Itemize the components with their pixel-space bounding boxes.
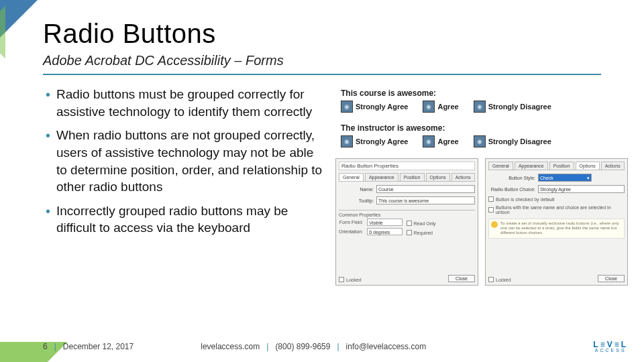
- row-choice: Radio Button Choice: Strongly Agree: [488, 185, 625, 193]
- logo-subtext: ACCESS: [595, 348, 627, 353]
- locked-label: Locked: [346, 278, 362, 282]
- tip-text: To create a set of mutually exclusive ra…: [500, 221, 622, 236]
- separator: |: [54, 342, 56, 351]
- choice-label: Radio Button Choice:: [488, 187, 535, 192]
- close-button[interactable]: Close: [598, 275, 625, 282]
- dialog-bottom: Locked Close: [339, 272, 475, 282]
- row-tooltip: Tooltip: This course is awesome: [339, 196, 475, 204]
- tip-box: To create a set of mutually exclusive ra…: [488, 219, 625, 239]
- radio-icon: ◉: [341, 101, 353, 113]
- name-input[interactable]: Course: [376, 185, 475, 193]
- tab-actions[interactable]: Actions: [601, 162, 625, 170]
- dialog-title: Radio Button Properties: [339, 162, 475, 170]
- checked-default-check[interactable]: Button is checked by default: [488, 196, 625, 202]
- survey-q2-options: ◉Strongly Agree ◉Agree ◉Strongly Disagre…: [341, 135, 623, 147]
- locked-check[interactable]: Locked: [339, 277, 362, 282]
- dialog-options: General Appearance Position Options Acti…: [485, 158, 628, 286]
- body: Radio buttons must be grouped correctly …: [0, 75, 644, 286]
- option-label: Agree: [437, 137, 458, 145]
- checked-default-label: Button is checked by default: [496, 197, 555, 202]
- option-label: Strongly Agree: [356, 103, 408, 111]
- dialog-tabs: General Appearance Position Options Acti…: [339, 173, 475, 182]
- tab-position[interactable]: Position: [400, 173, 425, 181]
- style-select[interactable]: Check: [538, 174, 592, 182]
- radio-icon: ◉: [423, 101, 435, 113]
- checkbox-icon: [407, 221, 412, 226]
- survey-q1: This course is awesome: ◉Strongly Agree …: [335, 86, 628, 115]
- bullet-item: Radio buttons must be grouped correctly …: [43, 86, 325, 120]
- style-label: Button Style:: [488, 176, 535, 180]
- locked-check[interactable]: Locked: [488, 277, 511, 282]
- checkbox-icon: [339, 277, 344, 282]
- checkbox-icon: [407, 230, 412, 235]
- unison-check[interactable]: Buttons with the same name and choice ar…: [488, 205, 625, 215]
- logo: L≡V≡L ACCESS: [593, 340, 628, 353]
- orientation-select[interactable]: 0 degrees: [367, 228, 402, 235]
- required-check[interactable]: Required: [407, 230, 436, 235]
- bullet-item: When radio buttons are not grouped corre…: [43, 127, 325, 196]
- slide-subtitle: Adobe Acrobat DC Accessibility – Forms: [43, 53, 601, 68]
- survey-q1-label: This course is awesome:: [341, 88, 623, 98]
- tab-appearance[interactable]: Appearance: [515, 162, 548, 170]
- checkbox-icon: [488, 196, 494, 202]
- close-button[interactable]: Close: [448, 275, 475, 282]
- slide: Radio Buttons Adobe Acrobat DC Accessibi…: [0, 0, 644, 362]
- radio-option[interactable]: ◉Strongly Agree: [341, 135, 408, 147]
- footer-url: levelaccess.com: [201, 342, 260, 351]
- slide-title: Radio Buttons: [43, 19, 601, 49]
- tooltip-label: Tooltip:: [339, 198, 374, 203]
- separator: |: [266, 342, 268, 351]
- readonly-check[interactable]: Read Only: [407, 221, 436, 226]
- option-label: Strongly Agree: [356, 137, 408, 145]
- radio-option[interactable]: ◉Agree: [423, 101, 458, 113]
- tooltip-input[interactable]: This course is awesome: [376, 196, 475, 204]
- bullet-list: Radio buttons must be grouped correctly …: [43, 86, 325, 237]
- footer-date: December 12, 2017: [63, 342, 133, 351]
- locked-label: Locked: [496, 278, 511, 282]
- formfield-label: Form Field:: [339, 220, 363, 225]
- option-label: Strongly Disagree: [488, 137, 551, 145]
- tab-position[interactable]: Position: [549, 162, 574, 170]
- radio-icon: ◉: [474, 101, 486, 113]
- common-header: Common Properties: [339, 213, 475, 217]
- required-label: Required: [414, 231, 433, 235]
- radio-icon: ◉: [474, 135, 486, 147]
- lightbulb-icon: [491, 221, 498, 228]
- checkbox-icon: [488, 207, 494, 213]
- readonly-label: Read Only: [414, 221, 436, 226]
- choice-input[interactable]: Strongly Agree: [538, 185, 625, 193]
- bullet-item: Incorrectly grouped radio buttons may be…: [43, 202, 325, 237]
- tab-general[interactable]: General: [488, 162, 513, 170]
- header: Radio Buttons Adobe Acrobat DC Accessibi…: [0, 0, 644, 75]
- tab-options[interactable]: Options: [576, 162, 600, 170]
- example-column: This course is awesome: ◉Strongly Agree …: [335, 86, 628, 286]
- radio-option[interactable]: ◉Strongly Disagree: [474, 101, 551, 113]
- row-style: Button Style: Check: [488, 174, 625, 182]
- dialog-general: Radio Button Properties General Appearan…: [335, 158, 478, 286]
- survey-q2: The instructor is awesome: ◉Strongly Agr…: [335, 121, 628, 150]
- radio-option[interactable]: ◉Strongly Disagree: [474, 135, 551, 147]
- radio-icon: ◉: [423, 135, 435, 147]
- tab-actions[interactable]: Actions: [451, 173, 475, 181]
- footer-phone: (800) 899-9659: [275, 342, 330, 351]
- common-properties: Common Properties Form Field: Visible Re…: [339, 210, 475, 235]
- radio-icon: ◉: [341, 135, 353, 147]
- radio-option[interactable]: ◉Strongly Agree: [341, 101, 408, 113]
- radio-option[interactable]: ◉Agree: [423, 135, 458, 147]
- tab-options[interactable]: Options: [426, 173, 450, 181]
- dialog-bottom: Locked Close: [488, 272, 625, 282]
- page-number: 6: [43, 342, 48, 351]
- footer-email: info@levelaccess.com: [346, 342, 427, 351]
- survey-q1-options: ◉Strongly Agree ◉Agree ◉Strongly Disagre…: [341, 101, 623, 113]
- checkbox-icon: [488, 277, 494, 282]
- dialog-tabs: General Appearance Position Options Acti…: [488, 162, 625, 170]
- tab-appearance[interactable]: Appearance: [365, 173, 398, 181]
- dialog-row: Radio Button Properties General Appearan…: [335, 158, 628, 286]
- bullet-column: Radio buttons must be grouped correctly …: [43, 86, 325, 286]
- survey-q2-label: The instructor is awesome:: [341, 123, 623, 133]
- orientation-label: Orientation:: [339, 229, 363, 234]
- unison-label: Buttons with the same name and choice ar…: [496, 205, 625, 215]
- option-label: Agree: [437, 103, 458, 111]
- formfield-select[interactable]: Visible: [367, 219, 402, 226]
- tab-general[interactable]: General: [339, 173, 364, 181]
